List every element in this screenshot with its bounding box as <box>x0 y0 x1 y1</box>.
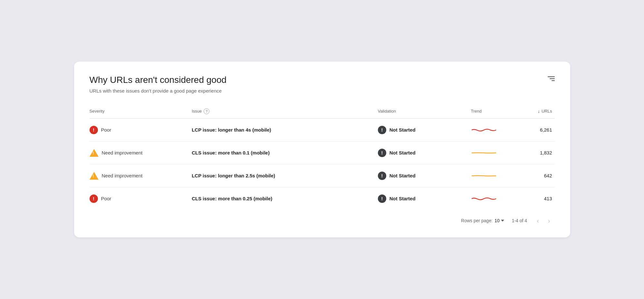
issue-label: LCP issue: longer than 4s (mobile) <box>192 127 271 133</box>
main-card: Why URLs aren't considered good URLs wit… <box>74 62 570 237</box>
not-started-icon <box>378 194 386 203</box>
page-title: Why URLs aren't considered good <box>90 75 227 85</box>
trend-line <box>471 195 497 203</box>
error-icon <box>90 194 98 203</box>
warning-icon <box>90 172 99 180</box>
card-header: Why URLs aren't considered good URLs wit… <box>90 75 555 94</box>
urls-count: 413 <box>517 187 555 210</box>
table-row[interactable]: PoorLCP issue: longer than 4s (mobile)No… <box>90 118 555 142</box>
issue-label: CLS issue: more than 0.25 (mobile) <box>192 196 272 201</box>
col-header-severity: Severity <box>90 105 192 118</box>
issue-label: CLS issue: more than 0.1 (mobile) <box>192 150 270 155</box>
rows-per-page-select[interactable]: 10 <box>495 218 504 223</box>
urls-count: 642 <box>517 164 555 187</box>
trend-line <box>471 172 497 180</box>
not-started-icon <box>378 149 386 157</box>
pagination: Rows per page: 10 1-4 of 4 ‹ › <box>90 210 555 227</box>
col-header-trend: Trend <box>471 105 517 118</box>
validation-label: Not Started <box>389 127 416 133</box>
table-row[interactable]: Need improvementCLS issue: more than 0.1… <box>90 141 555 164</box>
urls-count: 6,261 <box>517 118 555 142</box>
header-text: Why URLs aren't considered good URLs wit… <box>90 75 227 94</box>
not-started-icon <box>378 172 386 180</box>
issues-table: Severity Issue ? Validation Trend ↓ <box>90 105 555 210</box>
issue-label: LCP issue: longer than 2.5s (mobile) <box>192 173 275 178</box>
page-subtitle: URLs with these issues don't provide a g… <box>90 88 227 94</box>
severity-label: Need improvement <box>102 173 143 178</box>
table-row[interactable]: PoorCLS issue: more than 0.25 (mobile)No… <box>90 187 555 210</box>
not-started-icon <box>378 126 386 134</box>
trend-cell <box>471 195 517 203</box>
trend-cell <box>471 149 517 157</box>
filter-button[interactable] <box>548 76 555 81</box>
rows-per-page-label: Rows per page: <box>461 218 493 223</box>
urls-count: 1,832 <box>517 141 555 164</box>
sort-arrow-icon: ↓ <box>538 109 540 114</box>
severity-label: Poor <box>101 127 111 133</box>
severity-label: Poor <box>101 196 111 201</box>
warning-icon <box>90 149 99 157</box>
trend-cell <box>471 126 517 134</box>
col-header-urls[interactable]: ↓ URLs <box>517 105 555 118</box>
chevron-down-icon <box>501 220 504 222</box>
table-row[interactable]: Need improvementLCP issue: longer than 2… <box>90 164 555 187</box>
trend-line <box>471 149 497 157</box>
rows-per-page-value: 10 <box>495 218 500 223</box>
next-page-button[interactable]: › <box>546 216 552 226</box>
error-icon <box>90 126 98 134</box>
prev-page-button[interactable]: ‹ <box>535 216 541 226</box>
issue-help-icon[interactable]: ? <box>204 108 209 114</box>
rows-per-page-section: Rows per page: 10 <box>461 218 504 223</box>
validation-label: Not Started <box>389 150 416 155</box>
col-header-issue: Issue ? <box>192 105 378 118</box>
trend-cell <box>471 172 517 180</box>
trend-line <box>471 126 497 134</box>
col-header-validation: Validation <box>378 105 471 118</box>
validation-label: Not Started <box>389 196 416 201</box>
severity-label: Need improvement <box>102 150 143 155</box>
validation-label: Not Started <box>389 173 416 178</box>
pagination-info: 1-4 of 4 <box>512 218 527 223</box>
